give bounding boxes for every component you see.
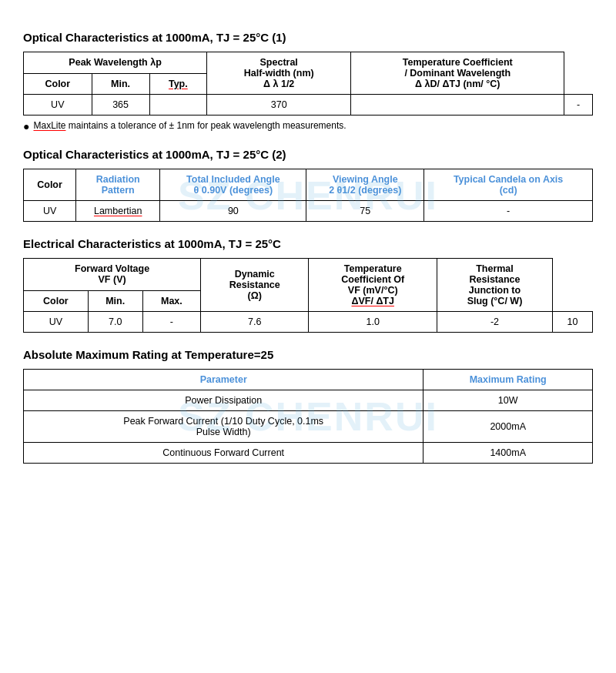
lambertian-underline: Lambertian	[94, 206, 142, 216]
section-electrical: Electrical Characteristics at 1000mA, TJ…	[23, 237, 593, 333]
table-electrical: Forward VoltageVF (V) DynamicResistance(…	[23, 258, 593, 333]
table-row: Power Dissipation 10W	[24, 390, 593, 411]
th-temp-coeff-vf: TemperatureCoefficient OfVF (mV/°C)ΔVF/ …	[309, 259, 437, 312]
th-max-elec: Max.	[142, 290, 201, 311]
th-peak-wavelength: Peak Wavelength λp	[24, 52, 207, 74]
cell-color: UV	[24, 95, 92, 116]
th-viewing-angle: Viewing Angle2 θ1/2 (degrees)	[306, 169, 424, 201]
th-candela: Typical Candela on Axis(cd)	[424, 169, 593, 201]
th-max-rating: Maximum Rating	[424, 370, 593, 390]
th-color2: Color	[24, 169, 76, 201]
watermark-container4: SZ CHENRUI Parameter Maximum Rating Powe…	[23, 369, 593, 464]
cell-dynamic-res: 1.0	[309, 312, 437, 333]
table-row: UV 7.0 - 7.6 1.0 -2 10	[24, 312, 593, 333]
note-text: MaxLite maintains a tolerance of ± 1nm f…	[33, 120, 346, 131]
th-color: Color	[24, 73, 92, 95]
bullet-icon: ●	[23, 120, 29, 132]
th-color-elec: Color	[24, 290, 89, 311]
cell-color-elec: UV	[24, 312, 89, 333]
watermark-container1: Peak Wavelength λp SpectralHalf-width (n…	[23, 52, 593, 116]
table-optical1: Peak Wavelength λp SpectralHalf-width (n…	[23, 52, 593, 116]
watermark-container2: SZ CHENRUI Color RadiationPattern Total …	[23, 169, 593, 222]
cell-total-angle: 90	[160, 201, 306, 222]
typ-underline: Typ.	[169, 79, 188, 89]
table-row: Peak Forward Current (1/10 Duty Cycle, 0…	[24, 411, 593, 443]
cell-peak-forward-current-val: 2000mA	[424, 411, 593, 443]
cell-thermal-res: 10	[552, 312, 592, 333]
section-optical1-title: Optical Characteristics at 1000mA, TJ = …	[23, 31, 593, 44]
section-electrical-title: Electrical Characteristics at 1000mA, TJ…	[23, 237, 593, 250]
table-row: UV 365 370 -	[24, 95, 593, 116]
note-optical1: ● MaxLite maintains a tolerance of ± 1nm…	[23, 120, 593, 132]
th-dynamic-resistance: DynamicResistance(Ω)	[201, 259, 309, 312]
cell-viewing-angle: 75	[306, 201, 424, 222]
th-min-elec: Min.	[88, 290, 142, 311]
cell-min-elec: 7.0	[88, 312, 142, 333]
th-spectral: SpectralHalf-width (nm)Δ λ 1/2	[207, 52, 351, 95]
cell-continuous-forward-val: 1400mA	[424, 443, 593, 464]
cell-spectral	[351, 95, 564, 116]
cell-mid-elec: -	[142, 312, 201, 333]
th-min: Min.	[92, 73, 149, 95]
table-absolute: Parameter Maximum Rating Power Dissipati…	[23, 369, 593, 464]
table-optical2: Color RadiationPattern Total Included An…	[23, 169, 593, 222]
th-forward-voltage: Forward VoltageVF (V)	[24, 259, 201, 291]
cell-min: 365	[92, 95, 149, 116]
cell-color2: UV	[24, 201, 76, 222]
table-row: UV Lambertian 90 75 -	[24, 201, 593, 222]
cell-max: 370	[207, 95, 351, 116]
th-total-angle: Total Included Angleθ 0.90V (degrees)	[160, 169, 306, 201]
maxlite-underline: MaxLite	[33, 120, 65, 131]
cell-continuous-forward: Continuous Forward Current	[24, 443, 424, 464]
cell-lambertian: Lambertian	[76, 201, 160, 222]
section-optical1: Optical Characteristics at 1000mA, TJ = …	[23, 31, 593, 132]
section-absolute-title: Absolute Maximum Rating at Temperature=2…	[23, 348, 593, 361]
section-optical2: Optical Characteristics at 1000mA, TJ = …	[23, 148, 593, 222]
cell-temp-coeff-vf: -2	[437, 312, 553, 333]
section-absolute: Absolute Maximum Rating at Temperature=2…	[23, 348, 593, 464]
cell-max-elec: 7.6	[201, 312, 309, 333]
th-thermal-resistance: ThermalResistanceJunction toSlug (°C/ W)	[437, 259, 553, 312]
th-temp-coeff: Temperature Coefficient/ Dominant Wavele…	[351, 52, 564, 95]
cell-typ	[149, 95, 207, 116]
cell-temp-coeff: -	[564, 95, 593, 116]
table-row: Continuous Forward Current 1400mA	[24, 443, 593, 464]
cell-power-dissipation-val: 10W	[424, 390, 593, 411]
avf-underline: ΔVF/ ΔTJ	[351, 296, 393, 306]
cell-power-dissipation: Power Dissipation	[24, 390, 424, 411]
section-optical2-title: Optical Characteristics at 1000mA, TJ = …	[23, 148, 593, 161]
th-radiation: RadiationPattern	[76, 169, 160, 201]
th-typ: Typ.	[149, 73, 207, 95]
th-parameter: Parameter	[24, 370, 424, 390]
cell-candela: -	[424, 201, 593, 222]
cell-peak-forward-current: Peak Forward Current (1/10 Duty Cycle, 0…	[24, 411, 424, 443]
